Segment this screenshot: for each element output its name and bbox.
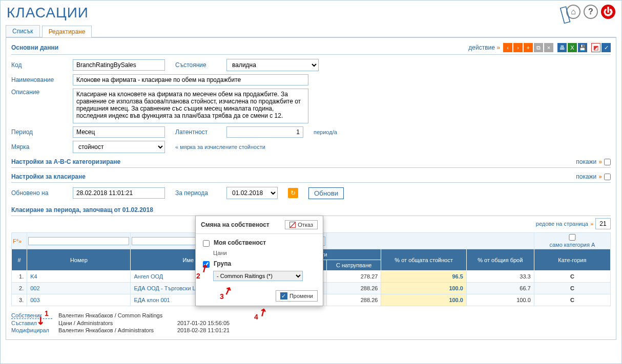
latency-input[interactable] bbox=[226, 126, 303, 138]
cell-cat: C bbox=[534, 294, 610, 306]
for-period-select[interactable]: 01.02.2018 bbox=[226, 187, 278, 199]
change-owner-dialog: Смяна на собственост Отказ Моя собствено… bbox=[195, 216, 323, 306]
updated-on-label: Обновено на bbox=[11, 189, 63, 197]
period-label: Период bbox=[11, 129, 63, 136]
cell-nomer[interactable]: K4 bbox=[27, 271, 131, 283]
action-menu-link[interactable]: действие » bbox=[468, 44, 500, 51]
col-accum: С натрупване bbox=[326, 260, 381, 271]
state-select[interactable]: валидна bbox=[226, 59, 319, 71]
save-icon[interactable]: 💾 bbox=[578, 43, 587, 52]
delete-icon[interactable]: × bbox=[544, 43, 553, 52]
only-cat-a-label: само категория A bbox=[549, 242, 595, 248]
code-input[interactable] bbox=[73, 59, 165, 71]
col-pct-val: % от общата стойност bbox=[381, 249, 467, 271]
cell-cat: C bbox=[534, 283, 610, 294]
power-icon[interactable]: ⏻ bbox=[601, 5, 615, 19]
filter-nomer[interactable] bbox=[28, 237, 129, 245]
confirm-icon[interactable]: ✓ bbox=[602, 43, 611, 52]
created-date: 2017-01-20 15:56:05 bbox=[177, 320, 230, 326]
abc-settings-title: Настройки за A-B-C категоризиране bbox=[11, 158, 120, 165]
page-title: КЛАСАЦИИ bbox=[7, 5, 89, 21]
add-icon[interactable]: + bbox=[524, 43, 533, 52]
cell-nomer[interactable]: 002 bbox=[27, 283, 131, 294]
apply-button[interactable]: ✓Промени bbox=[276, 290, 318, 302]
print-icon[interactable]: 🖶 bbox=[557, 43, 567, 52]
cell-accum: 288.26 bbox=[326, 294, 381, 306]
cell-pctcnt: 33.3 bbox=[466, 271, 534, 283]
cell-cat: C bbox=[534, 271, 610, 283]
desc-textarea[interactable] bbox=[73, 89, 308, 123]
help-icon[interactable]: ? bbox=[584, 5, 598, 19]
cell-accum: 278.27 bbox=[326, 271, 381, 283]
abc-checkbox[interactable] bbox=[604, 159, 611, 165]
code-label: Код bbox=[11, 61, 63, 69]
cell-idx: 2. bbox=[12, 283, 27, 294]
rank-show-toggle[interactable]: покажи » bbox=[576, 173, 611, 180]
refresh-button[interactable]: Обнови bbox=[308, 187, 344, 199]
group-checkbox[interactable] bbox=[203, 261, 210, 268]
action-toolbar: действие » ‹ › + ⧉ × 🖶 X 💾 ◩ ✓ bbox=[468, 43, 611, 52]
latency-label: Латентност bbox=[175, 129, 216, 136]
dialog-title: Смяна на собственост bbox=[201, 221, 269, 228]
copy-icon[interactable]: ⧉ bbox=[534, 43, 543, 52]
check-icon: ✓ bbox=[280, 292, 287, 299]
rows-per-page-label: редове на страница bbox=[536, 221, 588, 227]
group-label: Група bbox=[214, 260, 231, 267]
tab-list[interactable]: Списък bbox=[6, 25, 40, 37]
section-main-title: Основни данни bbox=[11, 44, 58, 51]
modified-label: Модифицирал bbox=[11, 327, 52, 333]
for-period-label: За периода bbox=[175, 189, 216, 197]
measure-label: Мярка bbox=[11, 143, 63, 151]
created-label: Съставил bbox=[11, 320, 52, 326]
mine-checkbox[interactable] bbox=[203, 240, 210, 247]
group-select[interactable]: - Common Raitings (*) bbox=[213, 271, 303, 281]
abc-show-toggle[interactable]: покажи » bbox=[576, 158, 611, 165]
col-cat: Кате-гория bbox=[534, 249, 610, 271]
period-input[interactable] bbox=[73, 126, 165, 138]
rank-settings-title: Настройки за класиране bbox=[11, 173, 86, 180]
measure-note: « мярка за изчислените стойности bbox=[175, 144, 265, 150]
mine-subtext: Цани bbox=[213, 250, 316, 256]
ranking-title: Класиране за периода, започващ от 01.02.… bbox=[11, 206, 611, 216]
cell-accum: 288.26 bbox=[326, 283, 381, 294]
tab-edit[interactable]: Редактиране bbox=[42, 26, 92, 37]
owner-value: Валентин Янкабаков / Common Raitings bbox=[58, 312, 162, 319]
created-value: Цани / Administrators bbox=[58, 320, 171, 326]
rows-per-page-input[interactable] bbox=[595, 218, 611, 229]
col-nomer: Номер bbox=[27, 249, 131, 271]
refresh-icon[interactable]: ↻ bbox=[288, 188, 298, 198]
rank-checkbox[interactable] bbox=[604, 174, 611, 180]
state-label: Състояние bbox=[175, 61, 216, 69]
filter-tag[interactable]: F°» bbox=[12, 233, 27, 249]
cancel-icon[interactable]: ◩ bbox=[591, 43, 600, 52]
mine-label: Моя собственост bbox=[214, 239, 266, 246]
name-input[interactable] bbox=[73, 74, 308, 85]
measure-select[interactable]: стойност bbox=[73, 141, 165, 153]
cell-pctval: 96.5 bbox=[381, 271, 467, 283]
modified-value: Валентин Янкабаков / Administrators bbox=[58, 327, 171, 333]
only-cat-a-checkbox[interactable] bbox=[535, 234, 609, 241]
col-index: # bbox=[12, 249, 27, 271]
cell-idx: 1. bbox=[12, 271, 27, 283]
cell-pctcnt: 66.7 bbox=[466, 283, 534, 294]
cancel-icon bbox=[289, 222, 296, 228]
excel-icon[interactable]: X bbox=[568, 43, 577, 52]
cell-pctval: 100.0 bbox=[381, 283, 467, 294]
owner-link[interactable]: Собственик bbox=[11, 312, 52, 319]
cancel-button[interactable]: Отказ bbox=[285, 220, 318, 229]
desc-label: Описание bbox=[11, 89, 63, 96]
latency-unit: период/а bbox=[314, 129, 337, 135]
cell-nomer[interactable]: 003 bbox=[27, 294, 131, 306]
col-pct-cnt: % от общия брой bbox=[466, 249, 534, 271]
name-label: Наименование bbox=[11, 76, 63, 83]
cell-pctcnt: 100.0 bbox=[466, 294, 534, 306]
nav-next-icon[interactable]: › bbox=[513, 43, 523, 52]
nav-prev-icon[interactable]: ‹ bbox=[503, 43, 512, 52]
modified-date: 2018-02-28 11:01:21 bbox=[177, 327, 230, 333]
cell-idx: 3. bbox=[12, 294, 27, 306]
updated-on-input[interactable] bbox=[73, 187, 165, 199]
cell-pctval: 100.0 bbox=[381, 294, 467, 306]
